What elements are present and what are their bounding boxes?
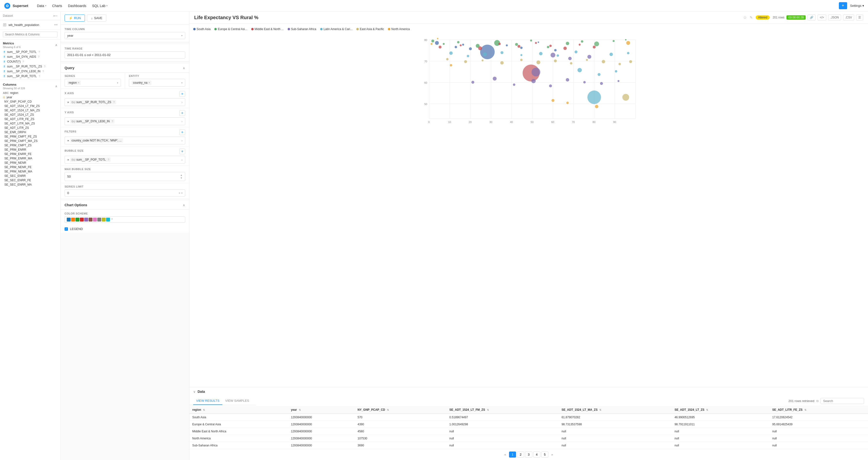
svg-point-51	[594, 41, 599, 46]
page-5-button[interactable]: 5	[541, 452, 548, 458]
metrics-collapse-icon[interactable]: ∧	[55, 43, 58, 47]
page-3-button[interactable]: 3	[525, 452, 532, 458]
legend-dot-subsaharan	[288, 28, 290, 30]
th-year[interactable]: year ⇅	[288, 406, 354, 414]
help-icon: ?	[23, 60, 24, 63]
col-name: SE_PRM_NENR	[4, 161, 26, 164]
svg-point-73	[600, 82, 603, 85]
panel-toggle-icon[interactable]: ⟵	[53, 14, 58, 18]
bubble-size-remove-icon[interactable]: ×	[67, 158, 69, 162]
entity-remove-icon[interactable]: ×	[148, 81, 150, 85]
csv-button[interactable]: .CSV	[843, 14, 854, 21]
x-axis-detail-icon[interactable]: ›	[182, 100, 183, 104]
series-limit-input[interactable]: 0 × ▾	[65, 190, 185, 197]
data-header[interactable]: ∨ Data	[189, 387, 868, 396]
legend-label-subsaharan: Sub-Saharan Africa	[291, 27, 316, 31]
th-se-adt-lt-zs[interactable]: SE_ADT_1524_LT_ZS ⇅	[672, 406, 770, 414]
cell-ma: null	[559, 428, 672, 435]
num-up-icon[interactable]: ▲	[180, 174, 183, 176]
metrics-title: Metrics	[3, 41, 21, 45]
tab-view-samples[interactable]: VIEW SAMPLES	[222, 397, 252, 405]
tab-view-results[interactable]: VIEW RESULTS	[193, 397, 222, 405]
series-remove-icon[interactable]: ×	[78, 81, 80, 85]
data-collapse-icon: ∨	[193, 390, 196, 394]
th-se-adt-ma[interactable]: SE_ADT_1524_LT_MA_ZS ⇅	[559, 406, 672, 414]
filter-detail-icon[interactable]: ›	[182, 139, 183, 142]
th-se-adt-fm[interactable]: SE_ADT_1524_LT_FM_ZS ⇅	[446, 406, 559, 414]
max-bubble-size-input[interactable]: 50 ▲ ▼	[65, 172, 185, 181]
scatter-svg: 80 70 60 50	[193, 34, 864, 126]
more-icon[interactable]: •••	[54, 23, 58, 27]
scatter-chart: 80 70 60 50	[193, 34, 864, 126]
link-icon-button[interactable]: 🔗	[808, 14, 815, 21]
svg-text:60: 60	[424, 81, 427, 84]
more-options-icon-button[interactable]: ☰	[856, 14, 863, 21]
table-row: North America 1293840000000 107530 null …	[189, 435, 868, 442]
chart-options-header[interactable]: Chart Options ∧	[61, 201, 189, 209]
cell-lt-zs: 98.7911911011	[672, 421, 770, 428]
bubble-size-input[interactable]: × f(x) sum__SP_POP_TOTL ? ›	[65, 156, 185, 164]
col-name: SE_ADT_1524_LT_ZS	[4, 113, 34, 117]
y-axis-add-button[interactable]: +	[179, 110, 185, 116]
svg-point-71	[583, 81, 586, 84]
pagination: « 1 2 3 4 5 »	[189, 449, 868, 460]
filters-add-button[interactable]: +	[179, 129, 185, 135]
altered-badge: Altered	[755, 15, 770, 20]
columns-title: Columns	[3, 83, 25, 86]
bubble-size-add-button[interactable]: +	[179, 149, 185, 154]
y-axis-input[interactable]: × f(x) sum__SP_DYN_LE00_IN ? ›	[65, 118, 185, 125]
bubble-size-detail-icon[interactable]: ›	[182, 158, 183, 162]
filters-input[interactable]: × country_code NOT IN ('TCA', 'MNP', ...…	[65, 137, 185, 144]
cell-fm: null	[446, 428, 559, 435]
nav-charts[interactable]: Charts	[49, 0, 65, 12]
page-next-nav[interactable]: »	[549, 452, 555, 457]
page-1-button[interactable]: 1	[509, 452, 516, 458]
series-limit-clear-icon[interactable]: ×	[178, 191, 180, 195]
time-range-label: TIME RANGE	[65, 47, 185, 50]
copy-icon[interactable]: ⧉	[816, 399, 818, 403]
series-tag: region ×	[67, 80, 81, 85]
page-4-button[interactable]: 4	[533, 452, 540, 458]
col-name: SE_SEC_ENRR_FE	[4, 178, 31, 182]
settings-button[interactable]: Settings ▾	[850, 4, 864, 7]
page-prev-nav[interactable]: «	[502, 452, 508, 457]
search-metrics-columns-input[interactable]	[3, 32, 58, 37]
legend-checkbox[interactable]: ✓	[65, 227, 68, 231]
json-button[interactable]: .JSON	[828, 14, 841, 21]
svg-point-89	[578, 68, 582, 72]
y-axis-remove-icon[interactable]: ×	[67, 120, 69, 123]
filter-remove-icon[interactable]: ×	[67, 139, 69, 142]
run-button[interactable]: ⚡ RUN	[65, 14, 85, 22]
legend-label-eastasia: East Asia & Pacific	[360, 27, 384, 31]
favorite-star-icon[interactable]: ☆	[743, 15, 747, 20]
x-axis-add-button[interactable]: +	[179, 91, 185, 97]
nav-data[interactable]: Data ▾	[34, 0, 49, 12]
page-2-button[interactable]: 2	[517, 452, 524, 458]
svg-point-98	[554, 60, 557, 62]
nav-dashboards[interactable]: Dashboards	[65, 0, 89, 12]
plus-button[interactable]: +	[839, 2, 847, 9]
edit-icon[interactable]: ✎	[750, 15, 753, 20]
color-scheme-row: COLOR SCHEME ▾	[61, 209, 189, 225]
entity-input[interactable]: country_na × ▾	[129, 79, 185, 87]
color-scheme-select[interactable]: ▾	[65, 217, 185, 223]
time-range-select[interactable]: 2011-01-01 ≤ col < 2011-01-02	[65, 52, 185, 59]
series-input[interactable]: region × ▾	[65, 79, 121, 87]
th-ny-gnp[interactable]: NY_GNP_PCAP_CD ⇅	[354, 406, 446, 414]
col-name: SE_ADT_LITR_MA_ZS	[4, 122, 35, 125]
x-axis-input[interactable]: × f(x) sum__SP_RUR_TOTL_ZS ? ›	[65, 98, 185, 106]
th-se-adt-litr[interactable]: SE_ADT_LITR_FE_ZS ⇅	[770, 406, 868, 414]
table-search-input[interactable]	[820, 398, 864, 404]
columns-collapse-icon[interactable]: ∧	[55, 85, 58, 88]
num-down-icon[interactable]: ▼	[180, 176, 183, 179]
x-axis-field: X AXIS + × f(x) sum__SP_RUR_TOTL_ZS ? ›	[61, 89, 189, 108]
code-icon-button[interactable]: </>	[817, 14, 826, 21]
x-axis-remove-icon[interactable]: ×	[67, 100, 69, 104]
query-header[interactable]: Query ∧	[61, 64, 189, 72]
nav-sqllab[interactable]: SQL Lab ▾	[89, 0, 111, 12]
save-button[interactable]: ↓ SAVE	[87, 14, 106, 22]
y-axis-detail-icon[interactable]: ›	[182, 120, 183, 123]
logo[interactable]: Superset	[4, 2, 28, 9]
time-column-select[interactable]: year ▾	[65, 32, 185, 39]
th-region[interactable]: region ⇅	[189, 406, 288, 414]
